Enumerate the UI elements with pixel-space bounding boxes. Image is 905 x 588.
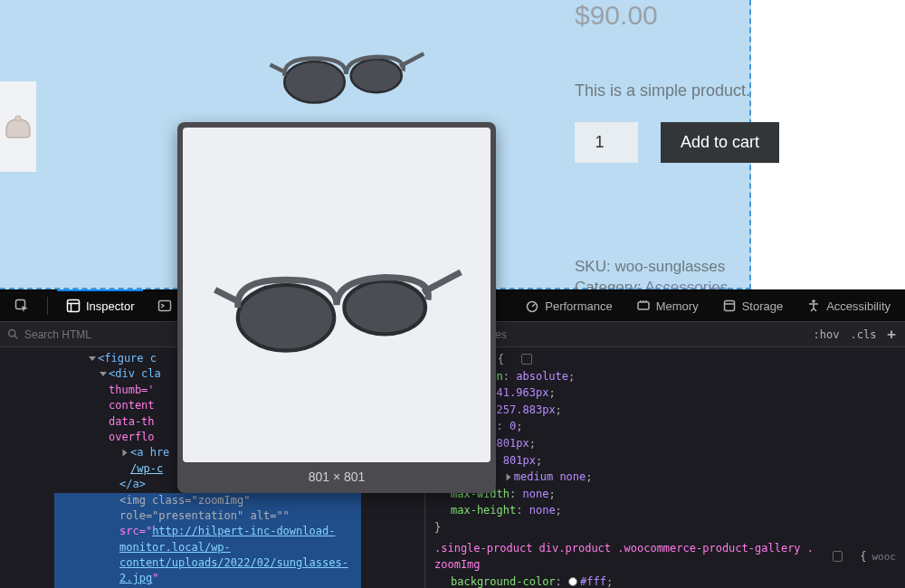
svg-rect-10 xyxy=(638,302,649,309)
svg-line-18 xyxy=(14,336,17,338)
gallery-main-image[interactable] xyxy=(267,9,425,127)
svg-line-9 xyxy=(532,304,535,307)
selected-node[interactable]: <img class="zoomImg" role="presentation"… xyxy=(54,493,361,588)
svg-rect-4 xyxy=(68,300,80,312)
css-declaration[interactable]: position: absolute; xyxy=(434,368,896,385)
svg-point-17 xyxy=(9,330,15,337)
svg-point-19 xyxy=(238,285,334,351)
css-declaration[interactable]: opacity: 0; xyxy=(434,418,896,435)
add-rule-button[interactable]: + xyxy=(887,326,896,343)
css-declaration[interactable]: top: -441.963px; xyxy=(434,384,896,402)
svg-rect-0 xyxy=(15,116,21,121)
css-declaration[interactable]: width: 801px; xyxy=(434,435,896,452)
css-declaration[interactable]: max-width: none; xyxy=(434,486,896,503)
css-declaration[interactable]: left: -257.883px; xyxy=(434,402,896,419)
search-html-input[interactable] xyxy=(24,328,169,341)
css-declaration[interactable]: max-height: none; xyxy=(434,502,896,519)
tab-memory[interactable]: Memory xyxy=(627,289,708,322)
preview-dimensions: 801 × 801 xyxy=(183,462,491,488)
tab-accessibility[interactable]: Accessibility xyxy=(797,289,900,322)
styles-pane[interactable]: element { position: absolute;top: -441.9… xyxy=(425,347,905,588)
rule-chip[interactable] xyxy=(833,551,843,562)
image-preview-tooltip: 801 × 801 xyxy=(177,122,496,493)
cls-toggle[interactable]: .cls xyxy=(850,328,876,341)
svg-point-1 xyxy=(284,62,345,103)
tab-storage[interactable]: Storage xyxy=(713,289,793,322)
hov-toggle[interactable]: :hov xyxy=(814,328,840,341)
gallery-thumbnail[interactable] xyxy=(0,81,36,172)
quantity-stepper[interactable] xyxy=(575,122,638,163)
css-declaration[interactable]: border: medium none; xyxy=(434,469,896,486)
svg-rect-14 xyxy=(724,301,734,311)
svg-point-16 xyxy=(812,299,815,303)
tab-performance[interactable]: Performance xyxy=(516,289,621,322)
filter-styles-input[interactable] xyxy=(450,328,797,341)
css-declaration[interactable]: height: 801px; xyxy=(434,452,896,469)
preview-image xyxy=(183,128,491,462)
sku-row: SKU: woo-sunglasses xyxy=(575,258,725,276)
svg-point-20 xyxy=(344,281,425,335)
search-icon xyxy=(7,328,19,340)
svg-point-2 xyxy=(351,59,402,92)
inline-style-chip[interactable] xyxy=(521,354,532,365)
product-price: $90.00 xyxy=(575,0,658,31)
add-to-cart-button[interactable]: Add to cart xyxy=(661,122,779,163)
sku-label: SKU: xyxy=(575,258,611,275)
product-description: This is a simple product. xyxy=(575,81,750,100)
tab-inspector[interactable]: Inspector xyxy=(57,289,143,322)
color-swatch[interactable] xyxy=(568,577,577,586)
sku-value: woo-sunglasses xyxy=(614,258,725,275)
pick-element-button[interactable] xyxy=(5,289,38,322)
